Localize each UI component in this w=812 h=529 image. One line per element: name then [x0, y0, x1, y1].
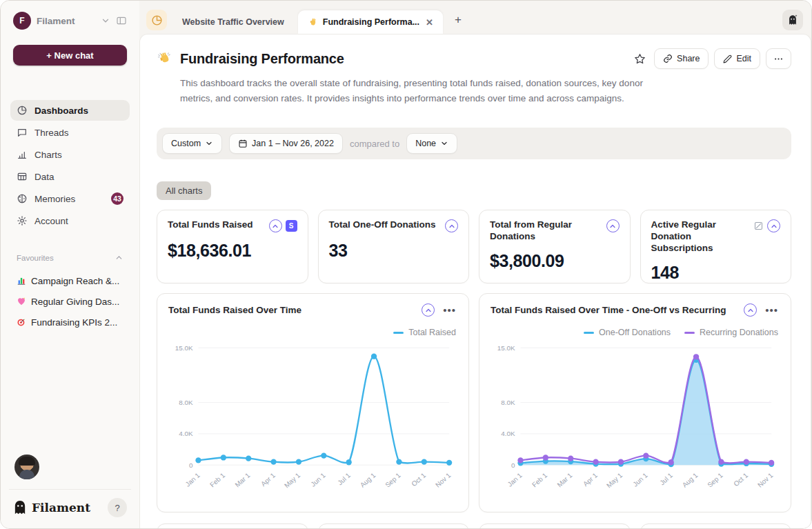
expand-metric-button[interactable]	[744, 303, 757, 317]
sidebar-item-memories[interactable]: Memories43	[10, 188, 130, 209]
tabs: Website Traffic OverviewFundraising Perf…	[172, 6, 443, 34]
app-window: F Filament + New chat DashboardsThreadsC…	[0, 0, 812, 529]
chart-card: Total Funds Raised Over Time - One-Off v…	[479, 293, 791, 512]
favourite-item-label: Campaign Reach &...	[31, 276, 119, 286]
svg-text:15.0K: 15.0K	[175, 344, 193, 352]
kpi-card: Active Regular Donation Subscriptions 14…	[640, 210, 792, 283]
close-tab-icon[interactable]: ✕	[426, 17, 433, 28]
svg-text:Jun 1: Jun 1	[631, 471, 649, 488]
svg-text:Nov 1: Nov 1	[434, 471, 453, 489]
favourite-item[interactable]: Fundraising KPIs 2...	[10, 313, 130, 331]
svg-text:8.0K: 8.0K	[179, 399, 193, 406]
page-header: Fundraising Performance Share Edit	[157, 48, 791, 69]
kpi-title: Total from Regular Donations	[490, 219, 602, 243]
chart-more-button[interactable]: •••	[764, 304, 780, 316]
expand-metric-button[interactable]	[445, 219, 458, 232]
legend-label: Recurring Donations	[700, 328, 778, 337]
pie-chart-icon	[17, 105, 28, 116]
new-chat-button[interactable]: + New chat	[13, 45, 127, 66]
range-type-dropdown[interactable]: Custom	[162, 133, 222, 154]
sidebar-item-account[interactable]: Account	[10, 210, 130, 231]
favourites-header[interactable]: Favourites	[10, 253, 130, 262]
favourites-section: Favourites Campaign Reach &...Regular Gi…	[10, 253, 130, 331]
sidebar-item-label: Dashboards	[34, 106, 123, 116]
sidebar-item-label: Charts	[34, 150, 123, 160]
svg-text:Jun 1: Jun 1	[309, 471, 327, 488]
user-avatar[interactable]	[14, 455, 39, 479]
legend-item[interactable]: One-Off Donations	[584, 328, 671, 337]
svg-text:Sep 1: Sep 1	[384, 471, 402, 489]
favourite-item-label: Fundraising KPIs 2...	[31, 317, 117, 328]
comparison-dropdown[interactable]: None	[406, 133, 457, 154]
svg-text:8.0K: 8.0K	[501, 399, 515, 406]
svg-text:4.0K: 4.0K	[501, 430, 515, 438]
page-content: Fundraising Performance Share Edit	[139, 34, 811, 528]
sidebar-item-data[interactable]: Data	[10, 166, 130, 187]
legend-label: One-Off Donations	[599, 328, 671, 337]
link-icon	[663, 54, 673, 63]
sidebar-item-label: Threads	[34, 128, 123, 138]
workspace-logo[interactable]: F	[13, 12, 31, 30]
sidebar-item-label: Account	[34, 216, 123, 226]
chevron-down-icon	[440, 139, 448, 148]
svg-text:15.0K: 15.0K	[497, 344, 515, 352]
brain-icon	[17, 193, 28, 204]
tab-active[interactable]: Fundraising Performa...✕	[298, 10, 443, 34]
chevron-down-icon	[205, 139, 213, 148]
ghost-logo-icon	[13, 500, 27, 515]
all-charts-chip[interactable]: All charts	[157, 181, 211, 200]
chart-title: Total Funds Raised Over Time	[168, 305, 415, 315]
sidebar-item-threads[interactable]: Threads	[10, 122, 130, 143]
chart-more-button[interactable]: •••	[442, 304, 457, 316]
tab-0[interactable]: Website Traffic Overview	[172, 10, 294, 34]
svg-text:Mar 1: Mar 1	[233, 471, 251, 488]
table-icon	[17, 171, 28, 182]
kpi-value: 33	[329, 241, 459, 261]
svg-text:0: 0	[189, 461, 193, 469]
sidebar-divider	[9, 489, 131, 490]
kpi-card: Total from Regular Donations $3,800.09	[479, 210, 631, 283]
expand-metric-button[interactable]	[606, 219, 620, 232]
dashboards-home-button[interactable]	[146, 10, 167, 30]
favourite-star-button[interactable]	[631, 50, 648, 68]
legend-item[interactable]: Recurring Donations	[684, 328, 778, 337]
svg-text:4.0K: 4.0K	[179, 430, 193, 438]
stripe-source-badge: S	[286, 220, 297, 232]
date-range-picker[interactable]: Jan 1 – Nov 26, 2022	[229, 133, 343, 154]
sidebar-item-dashboards[interactable]: Dashboards	[10, 100, 130, 121]
sidebar-item-label: Data	[34, 172, 123, 182]
favourite-item[interactable]: Campaign Reach &...	[10, 272, 130, 290]
new-tab-button[interactable]: +	[448, 10, 468, 30]
filter-bar: Custom Jan 1 – Nov 26, 2022 compared to …	[157, 128, 791, 159]
collapse-sidebar-icon[interactable]	[116, 15, 127, 26]
share-button[interactable]: Share	[654, 48, 709, 69]
more-options-button[interactable]	[766, 48, 791, 69]
kpi-grid: Total Funds Raised S $18,636.01 Total On…	[157, 210, 791, 283]
kpi-title: Active Regular Donation Subscriptions	[651, 219, 750, 254]
edit-button[interactable]: Edit	[714, 48, 760, 69]
favourites-list: Campaign Reach &...Regular Giving Das...…	[10, 272, 130, 331]
chevron-up-circle-icon	[771, 223, 778, 230]
sidebar-item-charts[interactable]: Charts	[10, 144, 130, 165]
expand-metric-button[interactable]	[269, 219, 282, 232]
edit-label: Edit	[736, 54, 751, 63]
main-area: Website Traffic OverviewFundraising Perf…	[139, 1, 811, 528]
chevron-up-circle-icon	[747, 307, 754, 314]
favourite-item[interactable]: Regular Giving Das...	[10, 292, 130, 310]
legend-item[interactable]: Total Raised	[393, 328, 456, 337]
legend-label: Total Raised	[408, 328, 456, 337]
expand-metric-button[interactable]	[422, 303, 435, 317]
workspace-name: Filament	[37, 16, 95, 26]
assistant-ghost-button[interactable]	[782, 10, 803, 30]
svg-text:May 1: May 1	[283, 471, 302, 490]
bar-chart-icon	[17, 149, 28, 160]
wave-hand-icon	[308, 17, 318, 28]
help-button[interactable]: ?	[108, 498, 127, 517]
chevron-up-circle-icon	[425, 307, 432, 314]
expand-metric-button[interactable]	[767, 219, 780, 232]
chevron-up-circle-icon	[609, 223, 616, 230]
tab-label: Website Traffic Overview	[182, 17, 284, 27]
kpi-value: 148	[651, 263, 781, 283]
no-chart-icon	[753, 221, 764, 231]
chevron-down-icon[interactable]	[101, 16, 110, 26]
